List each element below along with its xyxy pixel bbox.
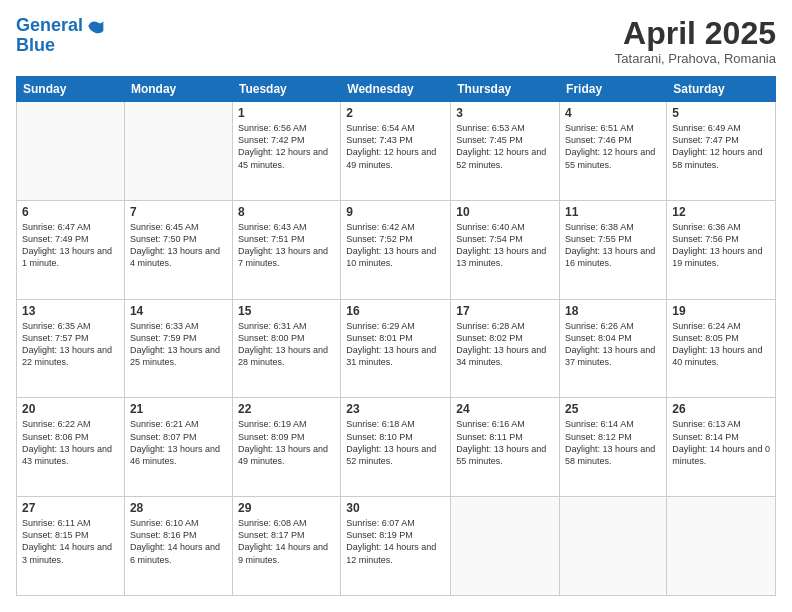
day-info: Sunrise: 6:51 AM Sunset: 7:46 PM Dayligh… xyxy=(565,122,661,171)
day-cell: 29Sunrise: 6:08 AM Sunset: 8:17 PM Dayli… xyxy=(232,497,340,596)
day-cell: 30Sunrise: 6:07 AM Sunset: 8:19 PM Dayli… xyxy=(341,497,451,596)
calendar-header: SundayMondayTuesdayWednesdayThursdayFrid… xyxy=(17,77,776,102)
day-info: Sunrise: 6:53 AM Sunset: 7:45 PM Dayligh… xyxy=(456,122,554,171)
week-row-0: 1Sunrise: 6:56 AM Sunset: 7:42 PM Daylig… xyxy=(17,102,776,201)
day-number: 19 xyxy=(672,304,770,318)
day-info: Sunrise: 6:45 AM Sunset: 7:50 PM Dayligh… xyxy=(130,221,227,270)
day-info: Sunrise: 6:40 AM Sunset: 7:54 PM Dayligh… xyxy=(456,221,554,270)
calendar: SundayMondayTuesdayWednesdayThursdayFrid… xyxy=(16,76,776,596)
day-cell: 19Sunrise: 6:24 AM Sunset: 8:05 PM Dayli… xyxy=(667,299,776,398)
day-number: 9 xyxy=(346,205,445,219)
day-info: Sunrise: 6:42 AM Sunset: 7:52 PM Dayligh… xyxy=(346,221,445,270)
day-cell: 24Sunrise: 6:16 AM Sunset: 8:11 PM Dayli… xyxy=(451,398,560,497)
day-cell: 7Sunrise: 6:45 AM Sunset: 7:50 PM Daylig… xyxy=(124,200,232,299)
day-cell xyxy=(560,497,667,596)
day-info: Sunrise: 6:10 AM Sunset: 8:16 PM Dayligh… xyxy=(130,517,227,566)
day-cell: 23Sunrise: 6:18 AM Sunset: 8:10 PM Dayli… xyxy=(341,398,451,497)
day-info: Sunrise: 6:21 AM Sunset: 8:07 PM Dayligh… xyxy=(130,418,227,467)
day-cell: 9Sunrise: 6:42 AM Sunset: 7:52 PM Daylig… xyxy=(341,200,451,299)
day-cell: 2Sunrise: 6:54 AM Sunset: 7:43 PM Daylig… xyxy=(341,102,451,201)
day-cell: 11Sunrise: 6:38 AM Sunset: 7:55 PM Dayli… xyxy=(560,200,667,299)
day-number: 2 xyxy=(346,106,445,120)
day-info: Sunrise: 6:54 AM Sunset: 7:43 PM Dayligh… xyxy=(346,122,445,171)
logo-icon xyxy=(85,16,105,36)
day-number: 21 xyxy=(130,402,227,416)
day-info: Sunrise: 6:18 AM Sunset: 8:10 PM Dayligh… xyxy=(346,418,445,467)
day-info: Sunrise: 6:11 AM Sunset: 8:15 PM Dayligh… xyxy=(22,517,119,566)
day-info: Sunrise: 6:07 AM Sunset: 8:19 PM Dayligh… xyxy=(346,517,445,566)
day-number: 12 xyxy=(672,205,770,219)
day-number: 10 xyxy=(456,205,554,219)
day-cell: 27Sunrise: 6:11 AM Sunset: 8:15 PM Dayli… xyxy=(17,497,125,596)
location-subtitle: Tatarani, Prahova, Romania xyxy=(615,51,776,66)
day-cell: 15Sunrise: 6:31 AM Sunset: 8:00 PM Dayli… xyxy=(232,299,340,398)
day-number: 17 xyxy=(456,304,554,318)
calendar-body: 1Sunrise: 6:56 AM Sunset: 7:42 PM Daylig… xyxy=(17,102,776,596)
day-number: 1 xyxy=(238,106,335,120)
header: General Blue April 2025 Tatarani, Prahov… xyxy=(16,16,776,66)
logo-text: General xyxy=(16,16,83,36)
day-info: Sunrise: 6:35 AM Sunset: 7:57 PM Dayligh… xyxy=(22,320,119,369)
day-number: 7 xyxy=(130,205,227,219)
weekday-header-monday: Monday xyxy=(124,77,232,102)
day-cell: 16Sunrise: 6:29 AM Sunset: 8:01 PM Dayli… xyxy=(341,299,451,398)
day-cell: 13Sunrise: 6:35 AM Sunset: 7:57 PM Dayli… xyxy=(17,299,125,398)
day-number: 5 xyxy=(672,106,770,120)
day-number: 6 xyxy=(22,205,119,219)
day-number: 27 xyxy=(22,501,119,515)
day-info: Sunrise: 6:33 AM Sunset: 7:59 PM Dayligh… xyxy=(130,320,227,369)
day-number: 23 xyxy=(346,402,445,416)
day-info: Sunrise: 6:43 AM Sunset: 7:51 PM Dayligh… xyxy=(238,221,335,270)
day-cell: 25Sunrise: 6:14 AM Sunset: 8:12 PM Dayli… xyxy=(560,398,667,497)
day-cell: 8Sunrise: 6:43 AM Sunset: 7:51 PM Daylig… xyxy=(232,200,340,299)
day-cell: 12Sunrise: 6:36 AM Sunset: 7:56 PM Dayli… xyxy=(667,200,776,299)
day-cell: 6Sunrise: 6:47 AM Sunset: 7:49 PM Daylig… xyxy=(17,200,125,299)
week-row-3: 20Sunrise: 6:22 AM Sunset: 8:06 PM Dayli… xyxy=(17,398,776,497)
day-number: 25 xyxy=(565,402,661,416)
day-cell: 5Sunrise: 6:49 AM Sunset: 7:47 PM Daylig… xyxy=(667,102,776,201)
day-cell: 14Sunrise: 6:33 AM Sunset: 7:59 PM Dayli… xyxy=(124,299,232,398)
day-cell xyxy=(667,497,776,596)
day-cell xyxy=(17,102,125,201)
week-row-2: 13Sunrise: 6:35 AM Sunset: 7:57 PM Dayli… xyxy=(17,299,776,398)
day-cell: 3Sunrise: 6:53 AM Sunset: 7:45 PM Daylig… xyxy=(451,102,560,201)
day-info: Sunrise: 6:56 AM Sunset: 7:42 PM Dayligh… xyxy=(238,122,335,171)
day-cell: 26Sunrise: 6:13 AM Sunset: 8:14 PM Dayli… xyxy=(667,398,776,497)
day-number: 26 xyxy=(672,402,770,416)
day-cell: 17Sunrise: 6:28 AM Sunset: 8:02 PM Dayli… xyxy=(451,299,560,398)
day-info: Sunrise: 6:19 AM Sunset: 8:09 PM Dayligh… xyxy=(238,418,335,467)
weekday-header-sunday: Sunday xyxy=(17,77,125,102)
day-info: Sunrise: 6:28 AM Sunset: 8:02 PM Dayligh… xyxy=(456,320,554,369)
day-cell xyxy=(451,497,560,596)
day-info: Sunrise: 6:29 AM Sunset: 8:01 PM Dayligh… xyxy=(346,320,445,369)
day-number: 8 xyxy=(238,205,335,219)
day-number: 14 xyxy=(130,304,227,318)
day-info: Sunrise: 6:49 AM Sunset: 7:47 PM Dayligh… xyxy=(672,122,770,171)
day-number: 3 xyxy=(456,106,554,120)
day-info: Sunrise: 6:26 AM Sunset: 8:04 PM Dayligh… xyxy=(565,320,661,369)
month-title: April 2025 xyxy=(615,16,776,51)
day-number: 29 xyxy=(238,501,335,515)
day-number: 13 xyxy=(22,304,119,318)
day-number: 28 xyxy=(130,501,227,515)
title-area: April 2025 Tatarani, Prahova, Romania xyxy=(615,16,776,66)
day-cell: 22Sunrise: 6:19 AM Sunset: 8:09 PM Dayli… xyxy=(232,398,340,497)
day-number: 15 xyxy=(238,304,335,318)
day-cell xyxy=(124,102,232,201)
day-cell: 20Sunrise: 6:22 AM Sunset: 8:06 PM Dayli… xyxy=(17,398,125,497)
day-cell: 1Sunrise: 6:56 AM Sunset: 7:42 PM Daylig… xyxy=(232,102,340,201)
day-number: 24 xyxy=(456,402,554,416)
day-number: 22 xyxy=(238,402,335,416)
day-info: Sunrise: 6:38 AM Sunset: 7:55 PM Dayligh… xyxy=(565,221,661,270)
day-cell: 4Sunrise: 6:51 AM Sunset: 7:46 PM Daylig… xyxy=(560,102,667,201)
week-row-1: 6Sunrise: 6:47 AM Sunset: 7:49 PM Daylig… xyxy=(17,200,776,299)
day-info: Sunrise: 6:13 AM Sunset: 8:14 PM Dayligh… xyxy=(672,418,770,467)
day-number: 4 xyxy=(565,106,661,120)
day-cell: 18Sunrise: 6:26 AM Sunset: 8:04 PM Dayli… xyxy=(560,299,667,398)
day-info: Sunrise: 6:14 AM Sunset: 8:12 PM Dayligh… xyxy=(565,418,661,467)
day-info: Sunrise: 6:22 AM Sunset: 8:06 PM Dayligh… xyxy=(22,418,119,467)
day-cell: 28Sunrise: 6:10 AM Sunset: 8:16 PM Dayli… xyxy=(124,497,232,596)
day-info: Sunrise: 6:36 AM Sunset: 7:56 PM Dayligh… xyxy=(672,221,770,270)
day-number: 30 xyxy=(346,501,445,515)
day-cell: 21Sunrise: 6:21 AM Sunset: 8:07 PM Dayli… xyxy=(124,398,232,497)
